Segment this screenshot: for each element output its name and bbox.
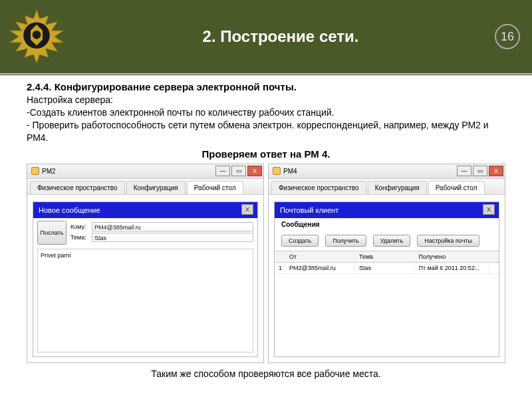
- emblem-icon: [7, 7, 66, 66]
- tab-desktop[interactable]: Рабочий стол: [187, 181, 243, 194]
- maximize-button[interactable]: ▭: [231, 166, 246, 176]
- mail-toolbar: Создать Получить Удалить Настройка почты: [275, 231, 499, 251]
- footer-note: Таким же способом проверяются все рабочи…: [0, 368, 532, 379]
- messages-label: Сообщения: [275, 218, 499, 231]
- subject-label: Тема:: [70, 234, 89, 241]
- cell-from: PM2@385mail.ru: [285, 263, 355, 273]
- tab-desktop[interactable]: Рабочий стол: [428, 181, 485, 194]
- receive-button[interactable]: Получить: [325, 235, 366, 247]
- panel-title: Почтовый клиент: [280, 206, 338, 214]
- cell-subject: Stas: [355, 263, 415, 273]
- col-received: Получено: [414, 251, 489, 262]
- window-titlebar-pm4: PM4 — ▭ X: [269, 164, 505, 179]
- tab-config[interactable]: Конфигурация: [126, 181, 186, 194]
- compose-panel: Новое сообщение X Послать Кому: PM4@385m…: [33, 201, 258, 357]
- panel-close-button[interactable]: X: [241, 204, 253, 215]
- section-line-2: -Создать клиентов электронной почты по к…: [27, 106, 505, 119]
- panel-title-bar: Новое сообщение X: [33, 202, 257, 218]
- section-heading: 2.4.4. Конфигурирование сервера электрон…: [27, 81, 505, 92]
- tab-config[interactable]: Конфигурация: [368, 181, 427, 194]
- delete-button[interactable]: Удалить: [373, 235, 410, 247]
- mail-row[interactable]: 1 PM2@385mail.ru Stas Пт май 6 2011 20:5…: [275, 263, 499, 274]
- col-from: От: [285, 251, 355, 262]
- cell-tail: [489, 263, 499, 273]
- panel-title: Новое сообщение: [39, 206, 100, 214]
- to-input[interactable]: PM4@385mail.ru: [92, 222, 253, 231]
- subject-input[interactable]: Stas: [92, 233, 253, 242]
- col-index: [275, 251, 285, 262]
- mail-settings-button[interactable]: Настройка почты: [417, 235, 479, 247]
- section-line-3: - Проверить работоспособность сети путем…: [27, 119, 505, 144]
- mail-table-header: От Тема Получено: [275, 251, 499, 263]
- check-caption: Проверяем ответ на РМ 4.: [27, 148, 505, 160]
- minimize-button[interactable]: —: [457, 166, 471, 176]
- window-titlebar-pm2: PM2 — ▭ X: [27, 164, 263, 179]
- panel-title-bar: Почтовый клиент X: [275, 202, 499, 218]
- slide-header: 2. Построение сети. 16: [0, 0, 532, 73]
- window-title: PM4: [283, 168, 297, 175]
- cell-index: 1: [275, 263, 285, 273]
- screenshot-pm4: PM4 — ▭ X Физическое пространство Конфиг…: [268, 164, 505, 363]
- window-icon: [31, 167, 39, 175]
- create-button[interactable]: Создать: [281, 235, 319, 247]
- tabs-pm4: Физическое пространство Конфигурация Раб…: [269, 179, 505, 195]
- tab-physical[interactable]: Физическое пространство: [271, 181, 366, 194]
- col-subject: Тема: [355, 251, 415, 262]
- panel-close-button[interactable]: X: [483, 204, 495, 215]
- screenshot-pm2: PM2 — ▭ X Физическое пространство Конфиг…: [27, 164, 264, 363]
- message-body[interactable]: Privet parni: [37, 249, 253, 352]
- window-title: PM2: [42, 168, 56, 175]
- window-icon: [273, 167, 281, 175]
- send-button[interactable]: Послать: [37, 221, 66, 245]
- minimize-button[interactable]: —: [215, 166, 230, 176]
- close-button[interactable]: X: [247, 166, 262, 176]
- svg-point-1: [33, 31, 41, 39]
- tabs-pm2: Физическое пространство Конфигурация Раб…: [27, 179, 263, 195]
- slide-title: 2. Построение сети.: [66, 27, 495, 46]
- content-block: 2.4.4. Конфигурирование сервера электрон…: [0, 76, 532, 162]
- col-tail: [489, 251, 499, 262]
- mail-client-panel: Почтовый клиент X Сообщения Создать Полу…: [274, 201, 499, 357]
- page-number-badge: 16: [495, 24, 520, 49]
- to-label: Кому:: [70, 223, 89, 230]
- section-line-1: Настройка сервера:: [27, 94, 505, 106]
- tab-physical[interactable]: Физическое пространство: [30, 181, 125, 194]
- cell-received: Пт май 6 2011 20:52:..: [414, 263, 489, 273]
- close-button[interactable]: X: [489, 166, 503, 176]
- maximize-button[interactable]: ▭: [473, 166, 487, 176]
